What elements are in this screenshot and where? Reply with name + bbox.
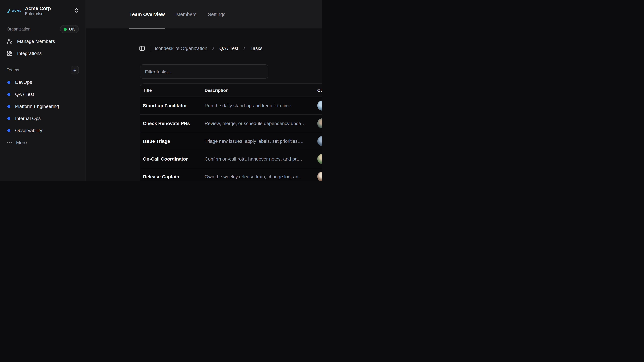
ellipsis-icon — [7, 142, 12, 143]
assignee-avatar — [317, 172, 322, 181]
tab-members[interactable]: Members — [176, 0, 197, 28]
app-root: ACME Acme Corp Enterprise Organization O… — [0, 0, 322, 181]
task-title: Check Renovate PRs — [140, 121, 204, 126]
table-row[interactable]: Release Captain Own the weekly release t… — [140, 168, 322, 181]
assignee-avatar — [317, 100, 322, 111]
team-dot-icon — [8, 93, 10, 96]
team-label: QA / Test — [15, 91, 34, 97]
task-description: Confirm on-call rota, handover notes, an… — [204, 156, 317, 162]
sidebar-toggle-button[interactable] — [137, 43, 146, 53]
assignee-avatar — [317, 136, 322, 146]
teams-section-label: Teams — [7, 68, 19, 72]
column-header-currently-on-rota: Currently On Rota — [317, 88, 322, 93]
table-row[interactable]: Check Renovate PRs Review, merge, or sch… — [140, 114, 322, 132]
task-description: Run the daily stand-up and keep it to ti… — [204, 103, 317, 108]
task-description: Own the weekly release train, change log… — [204, 174, 317, 179]
breadcrumb-team[interactable]: QA / Test — [219, 45, 238, 51]
tab-settings[interactable]: Settings — [207, 0, 226, 28]
breadcrumb-organization[interactable]: icondesk1's Organization — [155, 45, 207, 51]
org-name: Acme Corp — [25, 5, 71, 11]
more-label: More — [16, 140, 27, 145]
org-switcher[interactable]: ACME Acme Corp Enterprise — [4, 3, 82, 18]
assignee-avatar — [317, 154, 322, 164]
organization-section-label: Organization — [7, 27, 30, 31]
team-dot-icon — [8, 117, 10, 120]
sidebar-team-qa-test[interactable]: QA / Test — [4, 88, 82, 100]
acme-logo-icon: ACME — [7, 8, 22, 13]
team-label: Internal Ops — [15, 116, 41, 121]
add-team-button[interactable]: + — [71, 66, 79, 74]
team-label: Observability — [15, 128, 42, 133]
team-dot-icon — [8, 129, 10, 132]
table-row[interactable]: On-Call Coordinator Confirm on-call rota… — [140, 150, 322, 168]
team-label: DevOps — [15, 79, 32, 85]
panel-left-icon — [139, 45, 145, 51]
team-dot-icon — [8, 81, 10, 84]
sidebar-item-integrations[interactable]: Integrations — [4, 47, 82, 59]
task-title: Stand-up Facilitator — [140, 103, 204, 108]
breadcrumb-tasks[interactable]: Tasks — [250, 45, 262, 51]
status-dot-icon — [64, 28, 67, 31]
table-row[interactable]: Issue Triage Triage new issues, apply la… — [140, 132, 322, 150]
task-title: Issue Triage — [140, 138, 204, 144]
sidebar: ACME Acme Corp Enterprise Organization O… — [0, 0, 86, 181]
column-header-description: Description — [204, 88, 317, 93]
chevrons-up-down-icon — [74, 7, 79, 14]
chevron-right-icon — [211, 46, 215, 50]
table-row[interactable]: Stand-up Facilitator Run the daily stand… — [140, 96, 322, 114]
tasks-table: Title Description Currently On Rota Rota… — [140, 83, 322, 181]
sidebar-team-observability[interactable]: Observability — [4, 124, 82, 136]
team-dot-icon — [8, 105, 10, 108]
sidebar-item-label: Integrations — [17, 51, 42, 56]
acme-logo-text: ACME — [12, 9, 22, 12]
task-description: Triage new issues, apply labels, set pri… — [204, 138, 317, 144]
sidebar-team-internal-ops[interactable]: Internal Ops — [4, 112, 82, 124]
table-header-row: Title Description Currently On Rota Rota… — [140, 84, 322, 96]
manage-members-icon — [7, 38, 13, 44]
sidebar-item-manage-members[interactable]: Manage Members — [4, 35, 82, 47]
org-status-text: OK — [69, 27, 75, 31]
org-status-badge: OK — [60, 25, 79, 33]
plus-icon: + — [73, 67, 76, 72]
chevron-right-icon — [242, 46, 246, 50]
org-plan: Enterprise — [25, 11, 71, 16]
topbar: Team Overview Members Settings — [86, 0, 322, 29]
sidebar-more-teams[interactable]: More — [4, 136, 82, 148]
filter-tasks-input[interactable] — [140, 64, 268, 79]
team-label: Platform Engineering — [15, 104, 59, 109]
toolbar: Columns + Add Task — [140, 64, 322, 79]
assignee-avatar — [317, 118, 322, 128]
sidebar-item-label: Manage Members — [17, 38, 55, 44]
sidebar-team-devops[interactable]: DevOps — [4, 76, 82, 88]
divider — [150, 45, 151, 51]
main-content: icondesk1's Organization QA / Test Tasks… — [86, 29, 322, 181]
task-title: Release Captain — [140, 174, 204, 179]
breadcrumb: icondesk1's Organization QA / Test Tasks — [137, 43, 322, 53]
sidebar-team-platform-engineering[interactable]: Platform Engineering — [4, 100, 82, 112]
integrations-icon — [7, 50, 13, 56]
task-description: Review, merge, or schedule dependency up… — [204, 121, 317, 126]
task-title: On-Call Coordinator — [140, 156, 204, 162]
tab-team-overview[interactable]: Team Overview — [129, 0, 166, 28]
column-header-title: Title — [140, 88, 204, 93]
